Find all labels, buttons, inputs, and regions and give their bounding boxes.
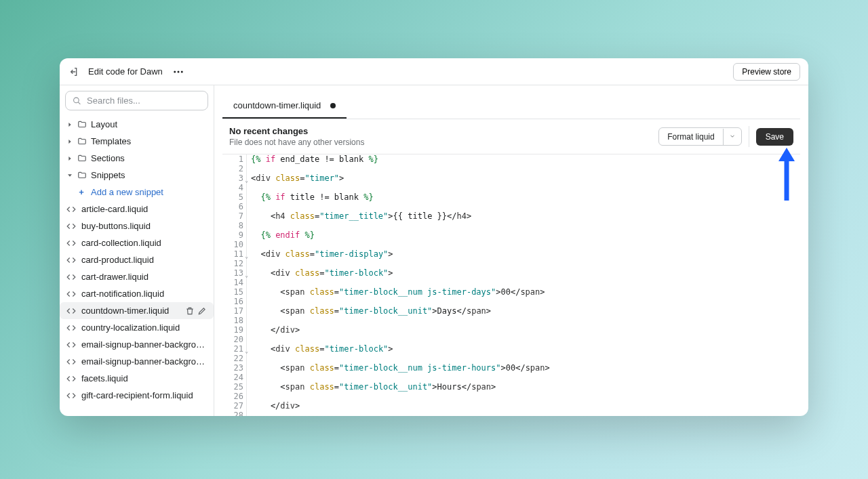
code-line[interactable]: <span class="timer-block__unit">Days</sp… <box>251 306 796 316</box>
file-country-localization-liquid[interactable]: country-localization.liquid <box>60 319 214 336</box>
code-icon <box>66 374 76 383</box>
folder-templates[interactable]: Templates <box>60 133 214 150</box>
code-line[interactable] <box>251 164 796 173</box>
code-line[interactable] <box>251 240 796 249</box>
code-line[interactable]: <div class="timer"> <box>251 173 796 183</box>
code-icon <box>66 272 76 282</box>
search-field[interactable] <box>87 96 201 106</box>
code-line[interactable]: <h4 class="timer__title">{{ title }}</h4… <box>251 211 796 221</box>
file-email-signup-banner-background-li-[interactable]: email-signup-banner-background.li... <box>60 353 214 370</box>
file-label: email-signup-banner-background-... <box>81 339 207 350</box>
code-line[interactable]: {% endif %} <box>251 230 796 240</box>
code-content[interactable]: {% if end_date != blank %}<div class="ti… <box>247 154 800 416</box>
code-line[interactable]: <div class="timer-block"> <box>251 268 796 278</box>
format-label: Format liquid <box>659 129 723 145</box>
tab-countdown-timer[interactable]: countdown-timer.liquid <box>222 93 347 119</box>
folder-label: Sections <box>91 153 125 163</box>
file-cart-drawer-liquid[interactable]: cart-drawer.liquid <box>60 268 214 285</box>
gutter: 123⌄4567891011⌄1213⌄1415161718192021⌄222… <box>222 154 247 416</box>
app-window: Edit code for Dawn Preview store LayoutT… <box>60 58 808 416</box>
pencil-icon[interactable] <box>197 306 207 316</box>
file-label: card-product.liquid <box>81 255 207 265</box>
code-line[interactable]: </div> <box>251 325 796 335</box>
plus-icon: + <box>77 187 85 197</box>
code-line[interactable] <box>251 354 796 363</box>
exit-icon[interactable] <box>68 66 79 77</box>
code-line[interactable]: {% if end_date != blank %} <box>251 154 796 164</box>
code-line[interactable]: <div class="timer-block"> <box>251 344 796 354</box>
folder-label: Templates <box>91 136 131 146</box>
file-card-product-liquid[interactable]: card-product.liquid <box>60 251 214 268</box>
code-icon <box>66 222 76 231</box>
code-icon <box>66 357 76 367</box>
code-line[interactable] <box>251 411 796 416</box>
svg-point-0 <box>174 70 176 72</box>
tab-bar: countdown-timer.liquid <box>222 93 800 119</box>
code-line[interactable]: </div> <box>251 401 796 411</box>
code-line[interactable] <box>251 373 796 382</box>
code-line[interactable]: <div class="timer-display"> <box>251 249 796 259</box>
file-card-collection-liquid[interactable]: card-collection.liquid <box>60 234 214 251</box>
add-label: Add a new snippet <box>91 187 163 197</box>
folder-snippets[interactable]: Snippets <box>60 167 214 184</box>
add-new-snippet[interactable]: +Add a new snippet <box>60 184 214 201</box>
recent-changes-title: No recent changes <box>229 126 364 136</box>
file-buy-buttons-liquid[interactable]: buy-buttons.liquid <box>60 217 214 234</box>
file-label: countdown-timer.liquid <box>81 306 180 316</box>
code-icon <box>66 205 76 214</box>
file-email-signup-banner-background-[interactable]: email-signup-banner-background-... <box>60 336 214 353</box>
svg-point-1 <box>177 70 179 72</box>
preview-store-button[interactable]: Preview store <box>733 63 800 81</box>
code-line[interactable] <box>251 297 796 306</box>
folder-sections[interactable]: Sections <box>60 150 214 167</box>
search-icon <box>73 96 81 106</box>
code-icon <box>66 391 76 400</box>
code-icon <box>66 306 76 316</box>
code-line[interactable] <box>251 392 796 401</box>
file-gift-card-recipient-form-liquid[interactable]: gift-card-recipient-form.liquid <box>60 387 214 404</box>
code-line[interactable]: <span class="timer-block__num js-timer-d… <box>251 287 796 297</box>
folder-layout[interactable]: Layout <box>60 116 214 133</box>
code-line[interactable] <box>251 202 796 211</box>
code-line[interactable] <box>251 221 796 230</box>
chevron-down-icon[interactable] <box>724 128 741 145</box>
code-line[interactable] <box>251 316 796 325</box>
svg-point-2 <box>181 70 183 72</box>
code-icon <box>66 323 76 333</box>
workspace: LayoutTemplatesSectionsSnippets+Add a ne… <box>60 85 808 416</box>
file-countdown-timer-liquid[interactable]: countdown-timer.liquid <box>60 302 214 319</box>
code-editor[interactable]: 123⌄4567891011⌄1213⌄1415161718192021⌄222… <box>222 154 800 416</box>
editor-pane: countdown-timer.liquid No recent changes… <box>214 85 808 416</box>
trash-icon[interactable] <box>185 306 195 316</box>
editor-subheader: No recent changes File does not have any… <box>222 119 800 154</box>
search-input[interactable] <box>65 91 208 110</box>
file-article-card-liquid[interactable]: article-card.liquid <box>60 201 214 217</box>
code-line[interactable] <box>251 278 796 287</box>
more-icon[interactable] <box>172 66 184 78</box>
file-label: country-localization.liquid <box>81 322 207 333</box>
code-line[interactable]: <span class="timer-block__unit">Hours</s… <box>251 382 796 392</box>
code-line[interactable] <box>251 259 796 268</box>
format-liquid-button[interactable]: Format liquid <box>658 127 741 146</box>
code-line[interactable] <box>251 183 796 192</box>
dirty-dot-icon <box>330 103 336 108</box>
sidebar: LayoutTemplatesSectionsSnippets+Add a ne… <box>60 85 214 416</box>
file-facets-liquid[interactable]: facets.liquid <box>60 370 214 387</box>
code-icon <box>66 289 76 299</box>
file-label: email-signup-banner-background.li... <box>81 356 207 367</box>
page-title: Edit code for Dawn <box>88 66 163 77</box>
code-line[interactable]: {% if title != blank %} <box>251 192 796 202</box>
save-button[interactable]: Save <box>756 128 793 146</box>
file-cart-notification-liquid[interactable]: cart-notification.liquid <box>60 285 214 302</box>
divider <box>749 126 749 147</box>
file-label: buy-buttons.liquid <box>81 221 207 231</box>
code-icon <box>66 255 76 265</box>
recent-changes-desc: File does not have any other versions <box>229 138 364 147</box>
file-label: card-collection.liquid <box>81 238 207 248</box>
code-line[interactable]: <span class="timer-block__num js-timer-h… <box>251 363 796 373</box>
code-icon <box>66 238 76 248</box>
folder-label: Snippets <box>91 170 125 180</box>
file-label: cart-notification.liquid <box>81 289 207 299</box>
tab-label: countdown-timer.liquid <box>233 100 321 110</box>
code-line[interactable] <box>251 335 796 344</box>
